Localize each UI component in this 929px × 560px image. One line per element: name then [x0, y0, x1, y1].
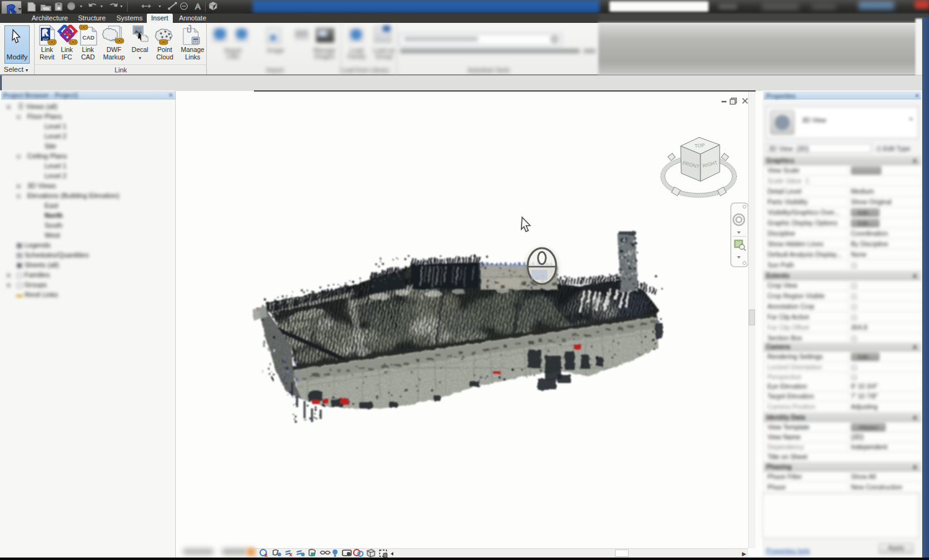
svg-text:CAD: CAD	[82, 35, 95, 41]
svg-text:x: x	[289, 551, 292, 558]
svg-text:TOP: TOP	[694, 142, 705, 149]
svg-text:A: A	[195, 2, 201, 11]
svg-text:ENT: ENT	[43, 38, 48, 41]
